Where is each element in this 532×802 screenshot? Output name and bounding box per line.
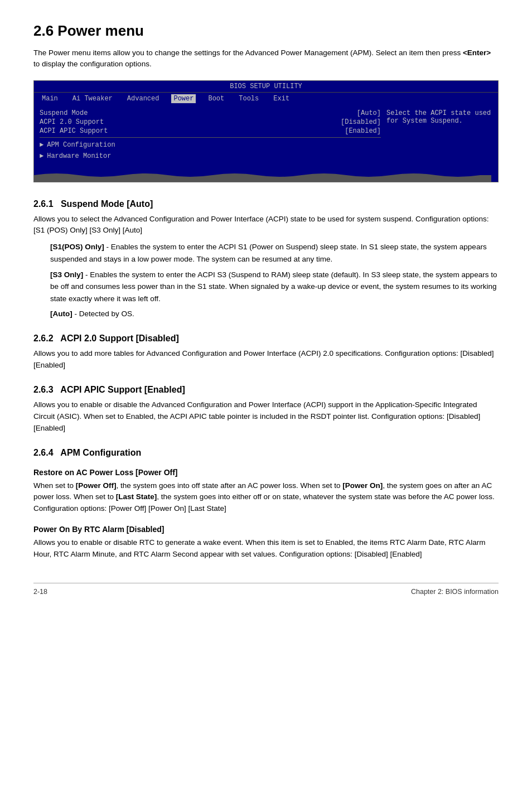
intro-paragraph: The Power menu items allow you to change… xyxy=(33,47,499,70)
section-262-heading: 2.6.2 ACPI 2.0 Support [Disabled] xyxy=(33,334,499,344)
auto-detail: [Auto] - Detected by OS. xyxy=(50,308,499,320)
bios-right-help: Select the ACPI state used for System Su… xyxy=(381,109,492,167)
page-title: 2.6 Power menu xyxy=(33,22,499,40)
footer-chapter: Chapter 2: BIOS information xyxy=(411,588,499,596)
bios-submenu-hwmon: ► Hardware Monitor xyxy=(40,152,381,160)
bios-item-acpi-apic: ACPI APIC Support [Enabled] xyxy=(40,127,381,135)
arrow-icon: ► xyxy=(40,141,43,149)
section-264-heading: 2.6.4 APM Configuration xyxy=(33,448,499,458)
bios-menu-bar: Main Ai Tweaker Advanced Power Boot Tool… xyxy=(34,93,498,105)
bios-menu-boot[interactable]: Boot xyxy=(206,94,226,103)
bios-menu-power[interactable]: Power xyxy=(171,94,196,103)
bios-divider xyxy=(40,137,381,138)
section-261-details: [S1(POS) Only] - Enables the system to e… xyxy=(50,241,499,320)
rtc-alarm-body: Allows you to enable or disable RTC to g… xyxy=(33,537,499,561)
s1-pos-detail: [S1(POS) Only] - Enables the system to e… xyxy=(50,241,499,265)
bios-menu-advanced[interactable]: Advanced xyxy=(125,94,162,103)
bios-menu-exit[interactable]: Exit xyxy=(271,94,292,103)
bios-title-bar: BIOS SETUP UTILITY xyxy=(34,81,498,93)
s3-only-detail: [S3 Only] - Enables the system to enter … xyxy=(50,269,499,305)
bios-item-suspend-mode: Suspend Mode [Auto] xyxy=(40,109,381,117)
restore-ac-body: When set to [Power Off], the system goes… xyxy=(33,480,499,515)
bios-wave-decoration xyxy=(34,172,498,182)
section-261-body: Allows you to select the Advanced Config… xyxy=(33,214,499,237)
footer-page-number: 2-18 xyxy=(33,588,47,596)
rtc-alarm-heading: Power On By RTC Alarm [Disabled] xyxy=(33,525,499,534)
bios-menu-tools[interactable]: Tools xyxy=(236,94,261,103)
section-262-body: Allows you to add more tables for Advanc… xyxy=(33,348,499,371)
bios-menu-ai-tweaker[interactable]: Ai Tweaker xyxy=(70,94,115,103)
bios-submenu-apm: ► APM Configuration xyxy=(40,141,381,149)
section-263-heading: 2.6.3 ACPI APIC Support [Enabled] xyxy=(33,385,499,395)
bios-left-panel: Suspend Mode [Auto] ACPI 2.0 Support [Di… xyxy=(40,109,381,167)
restore-ac-heading: Restore on AC Power Loss [Power Off] xyxy=(33,468,499,477)
bios-content-area: Suspend Mode [Auto] ACPI 2.0 Support [Di… xyxy=(34,105,498,172)
section-261-heading: 2.6.1 Suspend Mode [Auto] xyxy=(33,199,499,209)
arrow-icon-2: ► xyxy=(40,152,43,160)
bios-menu-main[interactable]: Main xyxy=(40,94,60,103)
section-263-body: Allows you to enable or disable the Adva… xyxy=(33,399,499,434)
bios-item-acpi20: ACPI 2.0 Support [Disabled] xyxy=(40,118,381,126)
bios-screenshot: BIOS SETUP UTILITY Main Ai Tweaker Advan… xyxy=(33,80,499,182)
footer: 2-18 Chapter 2: BIOS information xyxy=(33,583,499,596)
